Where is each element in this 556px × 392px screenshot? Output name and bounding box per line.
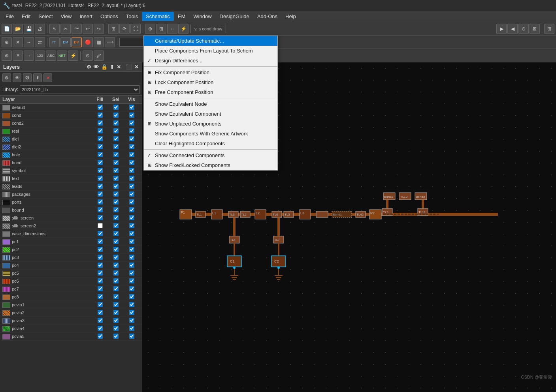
layer-fill-checkbox[interactable] <box>98 223 103 228</box>
tb-component[interactable]: ⊞ <box>108 24 119 34</box>
layers-delete-icon[interactable]: ✕ <box>117 64 121 70</box>
tb2-4[interactable]: ⇄ <box>35 37 45 47</box>
layer-vis-checkbox[interactable] <box>129 207 134 212</box>
schematic-menu-item-9[interactable]: Show Components With Generic Artwork <box>144 129 277 139</box>
layer-sel-checkbox[interactable] <box>113 255 119 260</box>
schematic-menu-item-3[interactable]: ⊞Fix Component Position <box>144 68 277 77</box>
menu-schematic[interactable]: Schematic <box>142 12 174 21</box>
layer-row[interactable]: pc8 <box>0 293 142 301</box>
tb-wire[interactable]: 〜 <box>72 24 82 34</box>
tb2-6[interactable]: EM <box>60 37 71 47</box>
layer-sel-checkbox[interactable] <box>113 334 119 339</box>
layer-vis-checkbox[interactable] <box>129 113 134 118</box>
layer-vis-checkbox[interactable] <box>129 136 134 141</box>
menu-view[interactable]: View <box>57 12 76 21</box>
tb3-8[interactable]: ⊙ <box>83 51 93 61</box>
schematic-menu-item-7[interactable]: Show Equivalent Component <box>144 109 277 119</box>
layer-row[interactable]: packages <box>0 191 142 199</box>
layer-fill-checkbox[interactable] <box>98 113 103 118</box>
layer-vis-checkbox[interactable] <box>129 199 134 204</box>
layer-sel-checkbox[interactable] <box>113 136 119 141</box>
tb2-8[interactable]: 🔴 <box>83 37 93 47</box>
tb-zoom-fit[interactable]: ⛶ <box>130 24 141 34</box>
layers-close-icon[interactable]: ✕ <box>134 64 139 70</box>
layer-row[interactable]: pc6 <box>0 278 142 285</box>
tb-print[interactable]: 🖨 <box>35 24 45 34</box>
layers-tb2[interactable]: 👁 <box>13 73 21 82</box>
layer-vis-checkbox[interactable] <box>129 128 134 133</box>
tb3-4[interactable]: 123 <box>35 51 45 61</box>
layer-vis-checkbox[interactable] <box>129 105 134 110</box>
layer-fill-checkbox[interactable] <box>98 326 103 331</box>
layer-fill-checkbox[interactable] <box>98 160 103 165</box>
tb-r3[interactable]: ⊙ <box>518 24 529 34</box>
layer-fill-checkbox[interactable] <box>98 334 103 339</box>
layer-row[interactable]: pcvia5 <box>0 333 142 341</box>
layer-row[interactable]: silk_screen <box>0 214 142 222</box>
layer-fill-checkbox[interactable] <box>98 286 103 291</box>
tb2-1[interactable]: ⊕ <box>2 37 12 47</box>
layer-sel-checkbox[interactable] <box>113 231 119 236</box>
tb3-1[interactable]: ⊕ <box>2 51 12 61</box>
layer-sel-checkbox[interactable] <box>113 215 119 220</box>
layer-fill-checkbox[interactable] <box>98 278 103 283</box>
layer-sel-checkbox[interactable] <box>113 152 119 157</box>
layers-filter-icon[interactable]: ⬆ <box>110 64 114 70</box>
layer-row[interactable]: resi <box>0 128 142 135</box>
layer-fill-checkbox[interactable] <box>98 247 103 252</box>
tb-grid2[interactable]: ⊞ <box>544 24 554 34</box>
layer-fill-checkbox[interactable] <box>98 199 103 204</box>
layer-fill-checkbox[interactable] <box>98 207 103 212</box>
tb2-2[interactable]: ✕ <box>13 37 23 47</box>
tb-new[interactable]: 📄 <box>2 24 12 34</box>
layer-vis-checkbox[interactable] <box>129 310 134 315</box>
layer-row[interactable]: diel <box>0 135 142 143</box>
layers-tb1[interactable]: ⚙ <box>2 73 11 82</box>
tb-refresh[interactable]: ⟳ <box>119 24 130 34</box>
layer-sel-checkbox[interactable] <box>113 113 119 118</box>
layer-sel-checkbox[interactable] <box>113 168 119 173</box>
menu-select[interactable]: Select <box>34 12 57 21</box>
layer-sel-checkbox[interactable] <box>113 310 119 315</box>
tb-undo[interactable]: ↩ <box>83 24 93 34</box>
layer-vis-checkbox[interactable] <box>129 152 134 157</box>
menu-designguide[interactable]: DesignGuide <box>216 12 253 21</box>
layer-fill-checkbox[interactable] <box>98 120 103 126</box>
layer-vis-checkbox[interactable] <box>129 120 134 126</box>
tb3-5[interactable]: ABC <box>46 51 56 61</box>
layer-sel-checkbox[interactable] <box>113 294 119 299</box>
layer-fill-checkbox[interactable] <box>98 231 103 236</box>
layer-row[interactable]: pc7 <box>0 285 142 293</box>
layer-sel-checkbox[interactable] <box>113 263 119 268</box>
layer-fill-checkbox[interactable] <box>98 128 103 133</box>
layer-vis-checkbox[interactable] <box>129 191 134 197</box>
layer-vis-checkbox[interactable] <box>129 294 134 299</box>
layer-row[interactable]: hole <box>0 151 142 159</box>
tb3-2[interactable]: ✕ <box>13 51 23 61</box>
layer-vis-checkbox[interactable] <box>129 286 134 291</box>
layer-sel-checkbox[interactable] <box>113 191 119 197</box>
layer-fill-checkbox[interactable] <box>98 136 103 141</box>
layer-row[interactable]: bond <box>0 159 142 167</box>
layer-sel-checkbox[interactable] <box>113 239 119 244</box>
layer-row[interactable]: cond <box>0 112 142 120</box>
layers-resize-icon[interactable]: ⬛ <box>126 64 132 70</box>
layer-vis-checkbox[interactable] <box>129 318 134 323</box>
tb-r4[interactable]: ⊠ <box>530 24 540 34</box>
layer-vis-checkbox[interactable] <box>129 278 134 283</box>
layers-settings-icon[interactable]: ⚙ <box>87 64 91 70</box>
layer-vis-checkbox[interactable] <box>129 176 134 181</box>
layer-sel-checkbox[interactable] <box>113 302 119 307</box>
schematic-menu-item-12[interactable]: ⊞Show Fixed/Locked Components <box>144 160 277 170</box>
layer-sel-checkbox[interactable] <box>113 247 119 252</box>
tb-save[interactable]: 💾 <box>24 24 34 34</box>
layer-row[interactable]: cond2 <box>0 120 142 128</box>
tb-snap[interactable]: ⊕ <box>145 24 155 34</box>
layer-vis-checkbox[interactable] <box>129 255 134 260</box>
layer-fill-checkbox[interactable] <box>98 270 103 276</box>
layer-vis-checkbox[interactable] <box>129 223 134 228</box>
tb-pointer[interactable]: ↖ <box>49 24 60 34</box>
layer-fill-checkbox[interactable] <box>98 318 103 323</box>
layer-sel-checkbox[interactable] <box>113 128 119 133</box>
tb2-10[interactable]: ⟹ <box>105 37 115 47</box>
